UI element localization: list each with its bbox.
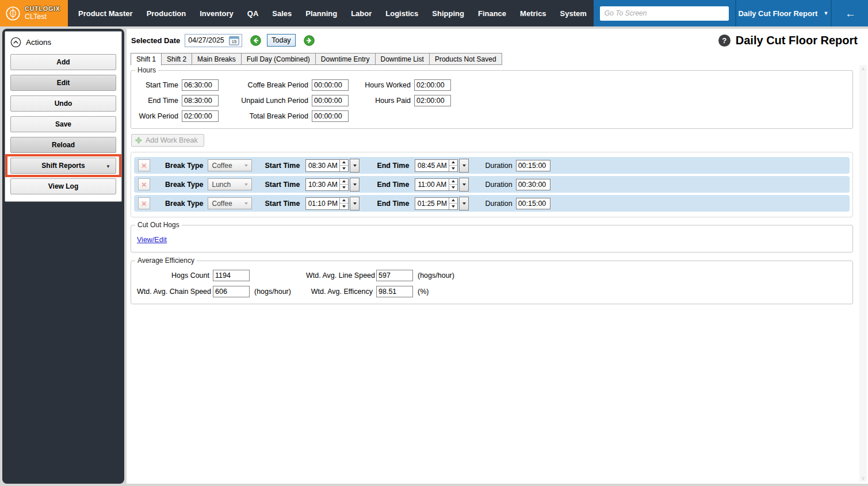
menu-item-sales[interactable]: Sales: [265, 9, 299, 18]
tab-products-not-saved[interactable]: Products Not Saved: [430, 53, 502, 65]
duration-label: Duration: [485, 162, 512, 170]
chain-speed-field[interactable]: [213, 286, 250, 297]
menu-item-product-master[interactable]: Product Master: [71, 9, 140, 18]
goto-screen-input[interactable]: [600, 6, 729, 21]
date-input[interactable]: [186, 36, 228, 44]
menu-item-inventory[interactable]: Inventory: [193, 9, 240, 18]
unpaid-lunch-period-field[interactable]: [312, 95, 349, 106]
start-time-value-box[interactable]: 01:10 PM: [305, 197, 349, 210]
efficiency-field[interactable]: [376, 286, 413, 297]
menu-item-metrics[interactable]: Metrics: [513, 9, 553, 18]
time-dropdown-button[interactable]: [350, 197, 360, 211]
break-row: × Break Type Coffee Start Time 08:30 AM: [134, 157, 850, 174]
tab-shift-2[interactable]: Shift 2: [162, 53, 192, 65]
duration-field[interactable]: [516, 160, 550, 171]
menu-item-logistics[interactable]: Logistics: [378, 9, 425, 18]
start-time-value: 08:30 AM: [306, 160, 339, 171]
total-break-period-field[interactable]: [312, 110, 349, 122]
spin-down-icon[interactable]: [340, 204, 348, 209]
shift-reports-button[interactable]: Shift Reports ▼: [10, 158, 116, 174]
end-time-field[interactable]: [182, 95, 219, 106]
add-work-break-button[interactable]: Add Work Break: [131, 134, 204, 147]
efficiency-label: Wtd. Avg. Efficency: [306, 288, 373, 296]
start-time-value-box[interactable]: 10:30 AM: [305, 178, 349, 191]
spin-up-icon[interactable]: [340, 198, 348, 204]
line-speed-field[interactable]: [376, 270, 413, 281]
add-button[interactable]: Add: [10, 54, 116, 70]
screen-selector-dropdown[interactable]: Daily Cut Floor Report ▼: [736, 0, 832, 26]
menu-item-labor[interactable]: Labor: [344, 9, 378, 18]
vertical-scrollbar[interactable]: ∧ ∨: [859, 65, 867, 482]
tab-downtime-entry[interactable]: Downtime Entry: [316, 53, 376, 65]
duration-field[interactable]: [516, 179, 550, 190]
menu-item-planning[interactable]: Planning: [299, 9, 344, 18]
view-log-button[interactable]: View Log: [10, 178, 116, 194]
help-icon[interactable]: ?: [718, 35, 731, 47]
today-button[interactable]: Today: [267, 34, 295, 47]
work-period-field[interactable]: [182, 110, 219, 122]
edit-button[interactable]: Edit: [10, 75, 116, 91]
end-time-value-box[interactable]: 08:45 AM: [415, 159, 458, 172]
spin-up-icon[interactable]: [340, 179, 348, 185]
end-time-value-box[interactable]: 01:25 PM: [415, 197, 458, 210]
break-type-select[interactable]: Coffee: [208, 159, 252, 171]
spin-down-icon[interactable]: [449, 185, 457, 190]
calendar-icon[interactable]: 15: [229, 36, 239, 45]
time-dropdown-button[interactable]: [459, 197, 469, 211]
tab-downtime-list[interactable]: Downtime List: [376, 53, 430, 65]
scroll-up-icon[interactable]: ∧: [859, 65, 867, 73]
duration-label: Duration: [485, 200, 512, 208]
back-icon[interactable]: ←: [845, 8, 856, 19]
spin-down-icon[interactable]: [449, 204, 457, 209]
actions-header: Actions: [10, 35, 116, 49]
break-type-select[interactable]: Coffee: [208, 197, 252, 209]
break-type-label: Break Type: [165, 181, 203, 189]
tab-full-day-combined[interactable]: Full Day (Combined): [242, 53, 316, 65]
spin-down-icon[interactable]: [340, 185, 348, 190]
spin-up-icon[interactable]: [449, 179, 457, 185]
duration-field[interactable]: [516, 198, 550, 209]
break-start-time-label: Start Time: [265, 162, 300, 170]
next-day-icon[interactable]: [304, 35, 315, 46]
menu-item-qa[interactable]: QA: [240, 9, 266, 18]
time-dropdown-button[interactable]: [459, 178, 469, 192]
spin-up-icon[interactable]: [340, 160, 348, 166]
main-menu: Product Master Production Inventory QA S…: [68, 0, 594, 26]
reload-button[interactable]: Reload: [10, 137, 116, 153]
spin-up-icon[interactable]: [449, 160, 457, 166]
hours-paid-field[interactable]: [414, 95, 451, 106]
start-time-value-box[interactable]: 08:30 AM: [305, 159, 349, 172]
spin-down-icon[interactable]: [340, 166, 348, 171]
time-dropdown-button[interactable]: [350, 178, 360, 192]
break-type-select[interactable]: Lunch: [208, 178, 252, 190]
menu-item-system[interactable]: System: [553, 9, 594, 18]
tab-shift-1[interactable]: Shift 1: [131, 53, 162, 66]
start-time-field[interactable]: [182, 79, 219, 91]
undo-button[interactable]: Undo: [10, 95, 116, 112]
actions-panel: Actions Add Edit Undo Save Reload Shift …: [5, 31, 122, 202]
collapse-chevron-icon[interactable]: [10, 37, 21, 48]
save-button[interactable]: Save: [10, 116, 116, 132]
app-logo: CUTLOGIX CLTest: [0, 0, 68, 26]
delete-break-button[interactable]: ×: [138, 197, 150, 209]
spin-up-icon[interactable]: [449, 198, 457, 204]
menu-item-finance[interactable]: Finance: [471, 9, 513, 18]
hours-worked-field[interactable]: [414, 79, 451, 91]
break-type-label: Break Type: [165, 162, 203, 170]
view-edit-link[interactable]: View/Edit: [137, 236, 167, 244]
time-dropdown-button[interactable]: [350, 159, 360, 173]
spin-down-icon[interactable]: [449, 166, 457, 171]
time-dropdown-button[interactable]: [459, 159, 469, 173]
chain-speed-label: Wtd. Avg. Chain Speed: [137, 288, 209, 296]
menu-item-shipping[interactable]: Shipping: [425, 9, 471, 18]
hogs-count-field[interactable]: [213, 270, 250, 281]
hours-paid-label: Hours Paid: [352, 97, 411, 105]
tab-main-breaks[interactable]: Main Breaks: [192, 53, 242, 65]
scroll-down-icon[interactable]: ∨: [859, 474, 867, 482]
menu-item-production[interactable]: Production: [140, 9, 193, 18]
delete-break-button[interactable]: ×: [138, 178, 150, 190]
coffee-break-period-field[interactable]: [312, 79, 349, 91]
delete-break-button[interactable]: ×: [138, 159, 150, 171]
end-time-value-box[interactable]: 11:00 AM: [415, 178, 458, 191]
previous-day-icon[interactable]: [250, 35, 261, 46]
